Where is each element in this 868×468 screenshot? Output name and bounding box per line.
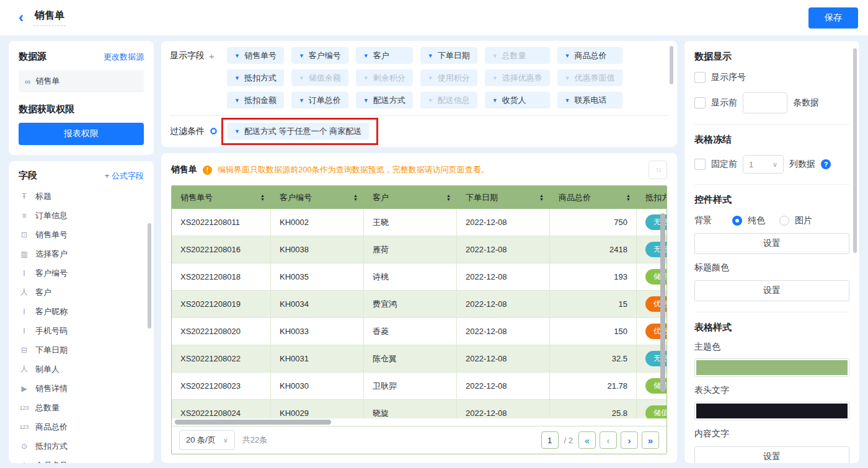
field-item[interactable]: 123总数量: [19, 398, 144, 417]
content-text-set-button[interactable]: 设置: [694, 446, 849, 463]
table-vertical-scrollbar[interactable]: [660, 213, 665, 392]
field-item[interactable]: Ŧ标题: [19, 187, 144, 206]
table-cell: 2022-12-08: [457, 236, 550, 263]
divider: [694, 312, 849, 312]
field-item[interactable]: ▶销售详情: [19, 379, 144, 398]
sort-icon[interactable]: ▲▼: [446, 194, 451, 201]
show-first-checkbox[interactable]: [694, 97, 706, 108]
page-number-input[interactable]: 1: [541, 431, 559, 449]
back-icon[interactable]: ‹: [19, 10, 24, 25]
field-item[interactable]: ⊡销售单号: [19, 225, 144, 244]
display-field-chip[interactable]: ▼客户: [356, 47, 413, 64]
chip-label: 抵扣金额: [244, 95, 277, 106]
table-sort-button[interactable]: ↑↓: [649, 161, 667, 179]
theme-color-label: 主题色: [694, 342, 849, 353]
show-index-label: 显示序号: [711, 72, 746, 83]
display-field-chip[interactable]: ▼使用积分: [420, 69, 477, 86]
person-icon: 人: [19, 364, 30, 374]
field-item[interactable]: 人客户: [19, 283, 144, 302]
display-field-chip[interactable]: ▼优惠券面值: [557, 69, 622, 86]
field-item[interactable]: ▥选择客户: [19, 244, 144, 263]
sort-icon[interactable]: ▲▼: [539, 194, 544, 201]
freeze-suffix: 列数据: [789, 159, 815, 170]
help-icon[interactable]: ?: [821, 159, 831, 169]
last-page-button[interactable]: »: [642, 431, 659, 449]
table-cell-total: 750: [550, 209, 637, 236]
display-field-chip[interactable]: ▼抵扣金额: [227, 92, 284, 108]
sort-icon[interactable]: ▲▼: [626, 194, 631, 201]
field-item[interactable]: 123商品总价: [19, 417, 144, 436]
freeze-count-select[interactable]: 1 ∨: [743, 155, 784, 174]
field-item[interactable]: ⊙抵扣方式: [19, 436, 144, 456]
field-item[interactable]: 人制单人: [19, 360, 144, 379]
show-index-checkbox[interactable]: [694, 72, 706, 83]
field-item[interactable]: I会员卡号: [19, 456, 144, 463]
add-formula-field-link[interactable]: + 公式字段: [105, 170, 144, 182]
image-radio[interactable]: [779, 216, 789, 226]
caret-right-icon: ▶: [19, 384, 30, 393]
column-header[interactable]: 抵扣方式▲▼: [637, 186, 666, 209]
add-display-field-icon[interactable]: +: [209, 51, 215, 61]
page-size-select[interactable]: 20 条/页 ∨: [179, 430, 235, 450]
first-page-button[interactable]: «: [578, 431, 596, 449]
display-field-chip[interactable]: ▼剩余积分: [356, 69, 413, 86]
next-page-button[interactable]: ›: [621, 431, 638, 449]
sort-icon[interactable]: ▲▼: [353, 194, 358, 201]
sort-icon[interactable]: ▲▼: [260, 194, 265, 201]
chevron-down-icon: ▼: [428, 97, 433, 104]
column-header[interactable]: 下单日期▲▼: [457, 186, 550, 209]
column-header[interactable]: 商品总价▲▼: [550, 186, 637, 209]
filter-condition-chip[interactable]: ▼ 配送方式 等于任意一个 商家配送: [227, 123, 369, 139]
column-header[interactable]: 销售单号▲▼: [172, 186, 271, 209]
show-first-input[interactable]: [743, 92, 787, 113]
display-field-chip[interactable]: ▼配送方式: [356, 92, 413, 108]
display-field-chip[interactable]: ▼订单总价: [291, 92, 348, 108]
chip-label: 配送方式: [373, 95, 405, 106]
report-permission-button[interactable]: 报表权限: [19, 123, 144, 145]
change-datasource-link[interactable]: 更改数据源: [104, 51, 144, 63]
field-item[interactable]: ≡订单信息: [19, 206, 144, 225]
solid-color-radio[interactable]: [732, 216, 742, 226]
display-field-chip[interactable]: ▼抵扣方式: [227, 69, 284, 86]
horizontal-scrollbar[interactable]: [175, 420, 331, 425]
theme-color-swatch[interactable]: [694, 358, 849, 377]
title-color-set-button[interactable]: 设置: [694, 280, 849, 301]
table-cell: 2022-12-08: [457, 373, 550, 399]
display-field-chip[interactable]: ▼储值余额: [291, 69, 348, 86]
settings-scrollbar[interactable]: [853, 48, 857, 253]
gear-icon[interactable]: [209, 126, 218, 136]
fields-scrollbar[interactable]: [148, 223, 151, 329]
column-header[interactable]: 客户▲▼: [364, 186, 457, 209]
freeze-checkbox[interactable]: [694, 159, 706, 170]
field-item[interactable]: I手机号码: [19, 321, 144, 340]
page-title[interactable]: 销售单: [33, 9, 66, 26]
chevron-down-icon: ▼: [363, 97, 369, 104]
field-item[interactable]: ⊟下单日期: [19, 340, 144, 360]
display-field-chip[interactable]: ▼下单日期: [420, 47, 477, 64]
table-cell: 2022-12-08: [457, 318, 550, 345]
config-scrollbar[interactable]: [670, 46, 673, 84]
display-field-chip[interactable]: ▼总数量: [485, 47, 550, 64]
display-field-chip[interactable]: ▼收货人: [485, 92, 550, 108]
background-set-button[interactable]: 设置: [694, 233, 849, 254]
header-text-swatch[interactable]: [694, 402, 849, 420]
save-button[interactable]: 保存: [808, 7, 858, 29]
display-field-chip[interactable]: ▼商品总价: [557, 47, 622, 64]
table-cell: XS20221208011: [172, 209, 271, 236]
table-cell-total: 193: [550, 263, 637, 290]
chip-label: 订单总价: [309, 95, 341, 106]
display-field-chip[interactable]: ▼销售单号: [227, 47, 284, 64]
datasource-item[interactable]: ∞ 销售单: [19, 70, 144, 92]
field-label: 手机号码: [35, 325, 68, 337]
field-item[interactable]: I客户昵称: [19, 302, 144, 321]
prev-page-button[interactable]: ‹: [600, 431, 617, 449]
display-fields-grid: ▼销售单号▼客户编号▼客户▼下单日期▼总数量▼商品总价▼抵扣方式▼储值余额▼剩余…: [227, 47, 622, 108]
chevron-down-icon: ▼: [492, 97, 498, 104]
display-field-chip[interactable]: ▼客户编号: [291, 47, 348, 64]
column-header[interactable]: 客户编号▲▼: [271, 186, 364, 209]
table-cell: XS20221208018: [172, 263, 271, 290]
field-item[interactable]: I客户编号: [19, 263, 144, 283]
display-field-chip[interactable]: ▼选择优惠券: [485, 69, 550, 86]
display-field-chip[interactable]: ▼联系电话: [557, 92, 622, 108]
display-field-chip[interactable]: ▼配送信息: [420, 92, 477, 108]
